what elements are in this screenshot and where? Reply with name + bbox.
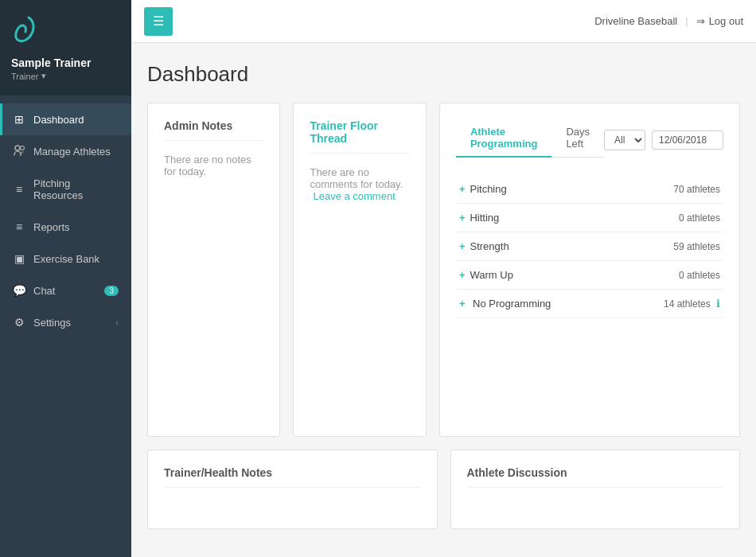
logout-button[interactable]: ⇒ Log out — [696, 15, 743, 27]
prog-filter-row: All — [604, 130, 723, 150]
prog-table: +Pitching 70 athletes +Hitting 0 athlete… — [456, 175, 723, 318]
tab-athlete-programming[interactable]: Athlete Programming — [456, 119, 552, 158]
tab-days-left[interactable]: Days Left — [551, 119, 604, 158]
noprog-plus-icon: + — [459, 298, 466, 310]
chat-icon: 💬 — [13, 284, 25, 297]
sidebar-item-pitching-resources[interactable]: ≡ Pitching Resources — [0, 168, 131, 211]
sidebar-item-chat[interactable]: 💬 Chat 3 — [0, 275, 131, 306]
sidebar-item-dashboard[interactable]: ⊞ Dashboard — [0, 103, 131, 135]
trainer-floor-empty: There are no comments for today. Leave a… — [310, 166, 409, 202]
topbar-brand: Driveline Baseball — [594, 15, 677, 27]
admin-notes-title: Admin Notes — [164, 119, 263, 141]
svg-point-0 — [15, 146, 20, 150]
admin-notes-card: Admin Notes There are no notes for today… — [147, 103, 280, 437]
sidebar: Sample Trainer Trainer ▾ ⊞ Dashboard Man… — [0, 0, 131, 557]
prog-date-input[interactable] — [652, 130, 723, 150]
sidebar-item-settings[interactable]: ⚙ Settings ‹ — [0, 306, 131, 338]
prog-filter-select[interactable]: All — [604, 130, 645, 150]
topbar-divider: | — [685, 15, 688, 27]
sidebar-logo: Sample Trainer Trainer ▾ — [0, 0, 131, 95]
athlete-discussion-card: Athlete Discussion — [450, 450, 741, 529]
sidebar-item-manage-athletes[interactable]: Manage Athletes — [0, 135, 131, 168]
sidebar-username: Sample Trainer — [11, 56, 91, 69]
athlete-discussion-title: Athlete Discussion — [467, 466, 724, 488]
driveline-logo-icon — [11, 14, 37, 50]
pitching-resources-icon: ≡ — [13, 183, 25, 196]
strength-plus-icon: + — [459, 240, 466, 252]
trainer-floor-card: Trainer Floor Thread There are no commen… — [293, 103, 426, 437]
page-title: Dashboard — [147, 62, 740, 87]
trainer-floor-title: Trainer Floor Thread — [310, 119, 409, 154]
dashboard-icon: ⊞ — [13, 113, 25, 126]
role-dropdown-icon[interactable]: ▾ — [41, 71, 46, 81]
trainer-health-title: Trainer/Health Notes — [164, 466, 421, 488]
table-row: +Warm Up 0 athletes — [456, 261, 723, 290]
main-content: ☰ Driveline Baseball | ⇒ Log out Dashboa… — [131, 0, 756, 557]
page-content: Dashboard Admin Notes There are no notes… — [131, 43, 756, 557]
prog-tabs: Athlete Programming Days Left — [456, 119, 604, 158]
sidebar-item-exercise-bank[interactable]: ▣ Exercise Bank — [0, 243, 131, 275]
reports-icon: ≡ — [13, 220, 25, 233]
exercise-bank-icon: ▣ — [13, 252, 25, 265]
chat-badge: 3 — [104, 286, 119, 296]
dashboard-bottom-row: Trainer/Health Notes Athlete Discussion — [147, 450, 740, 529]
table-row: +Hitting 0 athletes — [456, 204, 723, 232]
table-row: +Strength 59 athletes — [456, 232, 723, 261]
table-row: + No Programming 14 athletes ℹ — [456, 290, 723, 318]
manage-athletes-icon — [13, 145, 25, 158]
warmup-plus-icon: + — [459, 269, 466, 281]
table-row: +Pitching 70 athletes — [456, 175, 723, 204]
topbar-left: ☰ — [144, 7, 173, 36]
settings-chevron-icon: ‹ — [115, 317, 119, 327]
svg-point-1 — [20, 146, 24, 150]
settings-icon: ⚙ — [13, 316, 25, 329]
hitting-plus-icon: + — [459, 212, 466, 224]
athlete-programming-card: Athlete Programming Days Left All — [439, 103, 740, 437]
leave-comment-link[interactable]: Leave a comment — [313, 190, 395, 202]
topbar-right: Driveline Baseball | ⇒ Log out — [594, 15, 743, 27]
sidebar-nav: ⊞ Dashboard Manage Athletes ≡ Pitching R… — [0, 103, 131, 338]
pitching-plus-icon: + — [459, 183, 466, 195]
trainer-health-card: Trainer/Health Notes — [147, 450, 438, 529]
menu-toggle-button[interactable]: ☰ — [144, 7, 173, 36]
logout-icon: ⇒ — [696, 15, 705, 27]
sidebar-item-reports[interactable]: ≡ Reports — [0, 211, 131, 243]
sidebar-role: Trainer ▾ — [11, 71, 46, 81]
admin-notes-empty: There are no notes for today. — [164, 154, 263, 177]
dashboard-top-row: Admin Notes There are no notes for today… — [147, 103, 740, 437]
no-programming-info-icon[interactable]: ℹ — [716, 298, 720, 310]
topbar: ☰ Driveline Baseball | ⇒ Log out — [131, 0, 756, 43]
